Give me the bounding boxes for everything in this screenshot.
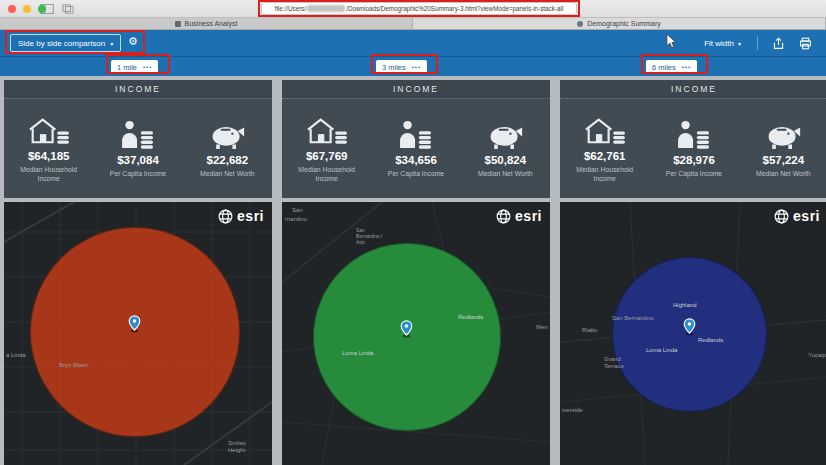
toolbar-divider [757, 36, 758, 50]
esri-logo[interactable]: esri [774, 208, 820, 224]
stat-label: Median Net Worth [200, 170, 255, 179]
ring-button-3-miles[interactable]: 3 miles ••• [376, 60, 427, 74]
map-place-label: San Bernardino I Arpt [356, 228, 386, 245]
map-1-mile[interactable]: Bryn Mawr a Linda Smiley Height esri [4, 202, 272, 465]
map-place-label: Men [536, 324, 548, 330]
map-pin-icon [683, 318, 696, 336]
piggy-bank-icon [207, 119, 247, 149]
stat-value: $57,224 [763, 154, 805, 166]
app-toolbar: Side by side comparison ▾ ⚙ Fit width ▾ [0, 30, 826, 56]
map-place-label: Grand Terrace [604, 356, 638, 370]
stat-per-capita-income: $37,084 Per Capita Income [93, 99, 182, 197]
stat-label: Median Net Worth [756, 170, 811, 179]
stat-value: $37,084 [117, 154, 159, 166]
print-icon[interactable] [799, 37, 812, 50]
tab-demographic-summary[interactable]: Demographic Summary [413, 18, 826, 29]
more-options-icon[interactable]: ••• [682, 64, 691, 70]
redacted-username [307, 5, 345, 12]
stat-per-capita-income: $28,976 Per Capita Income [649, 99, 738, 197]
export-icon[interactable] [772, 37, 785, 50]
ring-button-6-miles[interactable]: 6 miles ••• [646, 60, 697, 74]
map-place-label: San [292, 207, 303, 213]
map-place-label: Smiley Height [228, 440, 262, 454]
person-coins-icon [397, 119, 435, 149]
stat-median-household-income: $67,769 Median Household Income [282, 99, 371, 197]
section-title: INCOME [393, 84, 439, 94]
url-prefix: file://Users/ [275, 5, 307, 12]
house-coins-icon [305, 115, 349, 145]
fit-width-label: Fit width [704, 39, 734, 48]
map-place-label: Redlands [458, 314, 483, 320]
stat-value: $34,656 [395, 154, 437, 166]
income-section-header: INCOME [4, 80, 272, 99]
map-place-label: a Linda [6, 352, 26, 358]
settings-gear-icon[interactable]: ⚙ [128, 36, 138, 47]
ring-label: 3 miles [382, 63, 406, 72]
stat-label: Median Household Income [567, 166, 643, 184]
map-place-label: San Bernardino [612, 315, 654, 321]
house-coins-icon [583, 115, 627, 145]
income-section-header: INCOME [560, 80, 826, 99]
stat-label: Per Capita Income [388, 170, 444, 179]
piggy-bank-icon [763, 119, 803, 149]
map-pin-icon [400, 320, 413, 338]
tab-label: Business Analyst [185, 20, 238, 27]
house-coins-icon [27, 115, 71, 145]
ring-label: 1 mile [117, 63, 137, 72]
section-title: INCOME [671, 84, 717, 94]
tab-overview-icon[interactable] [62, 4, 74, 14]
panel-6-miles: INCOME $62,761 Median Household Income $… [560, 76, 826, 465]
ring-buttons-row: 1 mile ••• 3 miles ••• 6 miles ••• [0, 56, 826, 76]
more-options-icon[interactable]: ••• [143, 64, 152, 70]
stat-label: Median Household Income [11, 166, 87, 184]
map-place-label: Loma Linda [646, 347, 677, 353]
income-card: INCOME $64,185 Median Household Income $… [4, 80, 272, 198]
esri-logo[interactable]: esri [496, 208, 542, 224]
map-place-label: Redlands [698, 337, 723, 343]
address-bar[interactable]: file://Users/ /Downloads/Demographic%20S… [261, 2, 577, 15]
income-stats: $67,769 Median Household Income $34,656 … [282, 99, 550, 197]
close-window-button[interactable] [8, 5, 16, 13]
income-card: INCOME $67,769 Median Household Income $… [282, 80, 550, 198]
chevron-down-icon: ▾ [738, 40, 741, 47]
stat-median-net-worth: $22,682 Median Net Worth [183, 99, 272, 197]
map-6-miles[interactable]: Highland San Bernardino Rialto Redlands … [560, 202, 826, 465]
map-3-miles[interactable]: San rnardino San Bernardino I Arpt Loma … [282, 202, 550, 465]
esri-wordmark: esri [515, 208, 542, 224]
stat-label: Per Capita Income [666, 170, 722, 179]
sidebar-toggle-icon[interactable] [40, 4, 54, 14]
income-card: INCOME $62,761 Median Household Income $… [560, 80, 826, 198]
tab-business-analyst[interactable]: Business Analyst [0, 18, 413, 29]
map-place-label: Rialto [582, 327, 597, 333]
stat-median-net-worth: $50,824 Median Net Worth [461, 99, 550, 197]
browser-toolbar: file://Users/ /Downloads/Demographic%20S… [0, 0, 826, 18]
stat-value: $28,976 [673, 154, 715, 166]
esri-logo[interactable]: esri [218, 208, 264, 224]
map-place-label: Highland [673, 302, 697, 308]
globe-icon [218, 209, 233, 224]
minimize-window-button[interactable] [23, 5, 31, 13]
map-pin-icon [128, 315, 141, 333]
esri-wordmark: esri [237, 208, 264, 224]
map-place-label: Bryn Mawr [59, 362, 88, 368]
person-coins-icon [119, 119, 157, 149]
fit-width-dropdown[interactable]: Fit width ▾ [704, 39, 741, 48]
more-options-icon[interactable]: ••• [412, 64, 421, 70]
esri-wordmark: esri [793, 208, 820, 224]
globe-icon [774, 209, 789, 224]
map-place-label: Loma Linda [342, 350, 373, 356]
ring-button-1-mile[interactable]: 1 mile ••• [111, 60, 158, 74]
view-mode-dropdown[interactable]: Side by side comparison ▾ [10, 34, 121, 52]
stat-label: Per Capita Income [110, 170, 166, 179]
income-section-header: INCOME [282, 80, 550, 99]
toolbar-right-tools: Fit width ▾ [704, 30, 826, 56]
ring-label: 6 miles [652, 63, 676, 72]
view-mode-label: Side by side comparison [18, 39, 105, 48]
globe-icon [496, 209, 511, 224]
stat-value: $64,185 [28, 150, 70, 162]
screen: file://Users/ /Downloads/Demographic%20S… [0, 0, 826, 465]
map-place-label: Yucaip [808, 352, 826, 358]
stat-label: Median Net Worth [478, 170, 533, 179]
stat-value: $62,761 [584, 150, 626, 162]
person-coins-icon [675, 119, 713, 149]
